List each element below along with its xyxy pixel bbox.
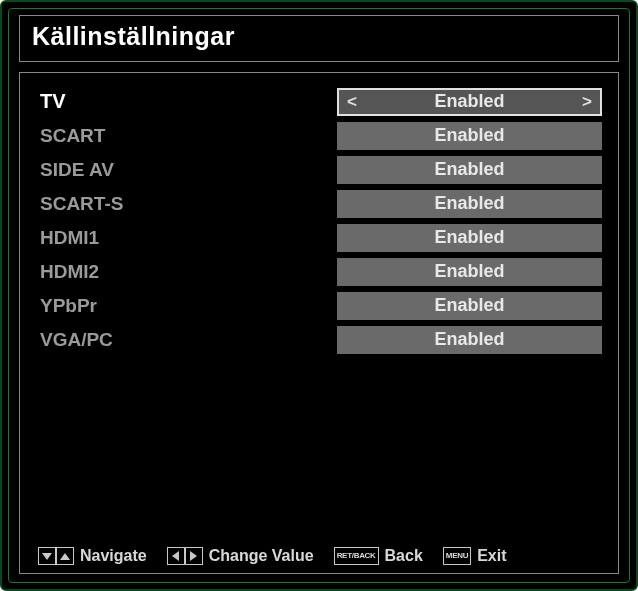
source-label: HDMI2	[36, 261, 337, 283]
source-value-selector[interactable]: <Enabled>	[337, 88, 602, 116]
source-value-selector[interactable]: Enabled	[337, 224, 602, 252]
hint-back: RET/BACK Back	[334, 547, 423, 565]
source-value: Enabled	[434, 159, 504, 180]
content-panel: TV<Enabled>SCARTEnabledSIDE AVEnabledSCA…	[19, 72, 619, 574]
hint-navigate-label: Navigate	[80, 547, 147, 565]
change-keys-icon	[167, 547, 203, 565]
source-label: HDMI1	[36, 227, 337, 249]
hint-change-label: Change Value	[209, 547, 314, 565]
source-row[interactable]: HDMI1Enabled	[36, 221, 602, 254]
source-row[interactable]: VGA/PCEnabled	[36, 323, 602, 356]
tv-osd-screen: Källinställningar TV<Enabled>SCARTEnable…	[0, 0, 638, 591]
source-label: YPbPr	[36, 295, 337, 317]
source-value-selector[interactable]: Enabled	[337, 292, 602, 320]
back-key-icon: RET/BACK	[334, 547, 379, 565]
hint-change-value: Change Value	[167, 547, 314, 565]
footer-hints: Navigate Change Value RET/BACK Back MENU…	[36, 543, 602, 565]
source-value-selector[interactable]: Enabled	[337, 122, 602, 150]
source-value-selector[interactable]: Enabled	[337, 258, 602, 286]
source-value: Enabled	[434, 261, 504, 282]
inner-frame: Källinställningar TV<Enabled>SCARTEnable…	[8, 8, 630, 583]
source-row[interactable]: SCARTEnabled	[36, 119, 602, 152]
source-row[interactable]: HDMI2Enabled	[36, 255, 602, 288]
source-value: Enabled	[434, 295, 504, 316]
hint-exit: MENU Exit	[443, 547, 507, 565]
source-value: Enabled	[434, 227, 504, 248]
source-value: Enabled	[434, 91, 504, 112]
source-value-selector[interactable]: Enabled	[337, 326, 602, 354]
hint-navigate: Navigate	[38, 547, 147, 565]
menu-key-icon: MENU	[443, 547, 471, 565]
page-title: Källinställningar	[32, 22, 606, 51]
source-value-selector[interactable]: Enabled	[337, 156, 602, 184]
source-row[interactable]: YPbPrEnabled	[36, 289, 602, 322]
source-row[interactable]: SIDE AVEnabled	[36, 153, 602, 186]
source-label: SCART	[36, 125, 337, 147]
source-label: SIDE AV	[36, 159, 337, 181]
source-list[interactable]: TV<Enabled>SCARTEnabledSIDE AVEnabledSCA…	[36, 85, 602, 543]
title-bar: Källinställningar	[19, 15, 619, 62]
chevron-right-icon[interactable]: >	[582, 93, 592, 110]
source-row[interactable]: TV<Enabled>	[36, 85, 602, 118]
hint-back-label: Back	[385, 547, 423, 565]
source-label: TV	[36, 90, 337, 113]
source-value: Enabled	[434, 329, 504, 350]
source-value: Enabled	[434, 193, 504, 214]
source-row[interactable]: SCART-SEnabled	[36, 187, 602, 220]
chevron-left-icon[interactable]: <	[347, 93, 357, 110]
hint-exit-label: Exit	[477, 547, 506, 565]
source-value: Enabled	[434, 125, 504, 146]
source-value-selector[interactable]: Enabled	[337, 190, 602, 218]
source-label: SCART-S	[36, 193, 337, 215]
nav-keys-icon	[38, 547, 74, 565]
source-label: VGA/PC	[36, 329, 337, 351]
